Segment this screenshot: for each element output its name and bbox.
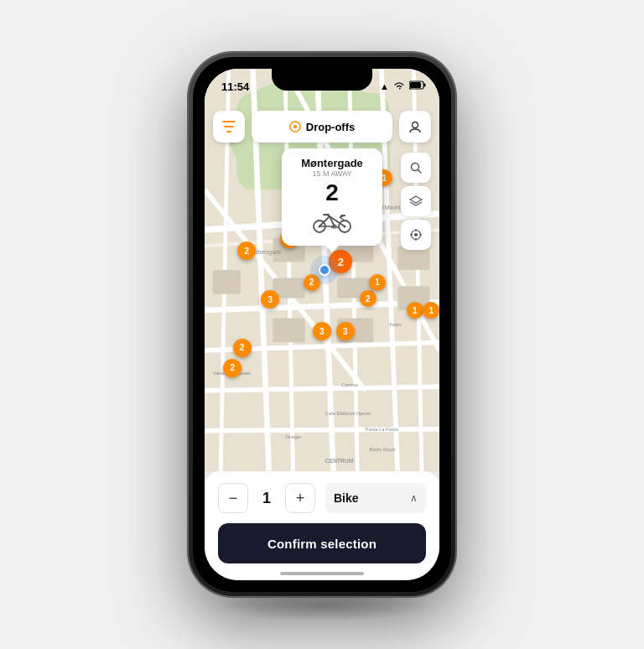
svg-line-64 xyxy=(340,217,345,221)
confirm-label: Confirm selection xyxy=(267,537,377,551)
search-map-button[interactable] xyxy=(401,153,431,183)
vehicle-selector[interactable]: Bike ∧ xyxy=(325,483,426,513)
status-icons: ▲ xyxy=(380,80,426,91)
svg-text:Bistro Royal: Bistro Royal xyxy=(370,447,396,452)
svg-line-67 xyxy=(336,226,338,228)
filter-button[interactable] xyxy=(213,111,245,143)
svg-line-14 xyxy=(205,429,439,431)
svg-point-47 xyxy=(414,233,418,236)
dropoffs-label: Drop-offs xyxy=(306,121,356,133)
svg-rect-25 xyxy=(273,319,305,343)
layers-button[interactable] xyxy=(401,186,431,216)
phone-scene: 11:54 ▲ xyxy=(188,52,456,597)
quantity-value: 1 xyxy=(258,490,275,507)
home-indicator xyxy=(280,572,364,575)
svg-text:Pasta La Pasta: Pasta La Pasta xyxy=(366,427,399,432)
notch xyxy=(272,69,372,91)
quantity-row: − 1 + Bike ∧ xyxy=(218,483,426,513)
user-location-dot xyxy=(319,264,330,276)
svg-rect-2 xyxy=(424,84,426,87)
svg-text:Cantina: Cantina xyxy=(341,382,359,387)
svg-line-44 xyxy=(418,170,422,174)
top-bar: Drop-offs xyxy=(213,111,431,143)
confirm-selection-button[interactable]: Confirm selection xyxy=(218,523,426,563)
signal-icon: ▲ xyxy=(380,81,389,91)
dropoffs-button[interactable]: Drop-offs xyxy=(252,111,392,143)
popup-count: 2 xyxy=(290,181,374,205)
location-button[interactable] xyxy=(401,220,431,250)
screen: 11:54 ▲ xyxy=(205,69,439,580)
profile-button[interactable] xyxy=(399,111,431,143)
map-pin[interactable]: 2 xyxy=(223,359,242,377)
svg-text:Fetex: Fetex xyxy=(390,322,402,327)
chevron-up-icon: ∧ xyxy=(410,492,418,504)
svg-text:CENTRUM: CENTRUM xyxy=(325,458,354,464)
location-popup[interactable]: Møntergade 15 M AWAY 2 xyxy=(282,148,382,246)
bottom-panel: − 1 + Bike ∧ Confirm selection xyxy=(205,471,439,580)
popup-distance: 15 M AWAY xyxy=(290,169,374,178)
svg-rect-27 xyxy=(213,270,242,294)
popup-name: Møntergade xyxy=(290,157,374,169)
wifi-icon xyxy=(393,81,405,91)
bike-icon xyxy=(290,208,374,239)
map-controls xyxy=(401,153,431,250)
quantity-minus-button[interactable]: − xyxy=(218,483,248,513)
map-pin[interactable]: 2 xyxy=(233,339,252,357)
map-pin[interactable]: 1 xyxy=(369,274,386,291)
svg-rect-1 xyxy=(410,82,421,88)
phone-shell: 11:54 ▲ xyxy=(188,52,456,597)
svg-text:Cafe Elektrisk Hjørne: Cafe Elektrisk Hjørne xyxy=(325,411,371,416)
svg-marker-45 xyxy=(410,196,422,203)
phone-inner: 11:54 ▲ xyxy=(193,57,451,592)
map-pin[interactable]: 2 xyxy=(360,290,377,307)
quantity-plus-button[interactable]: + xyxy=(285,483,315,513)
battery-icon xyxy=(409,80,426,91)
svg-point-42 xyxy=(413,122,418,128)
svg-point-41 xyxy=(293,125,297,128)
svg-text:Strøget: Strøget xyxy=(285,434,301,439)
vehicle-label: Bike xyxy=(334,491,359,505)
